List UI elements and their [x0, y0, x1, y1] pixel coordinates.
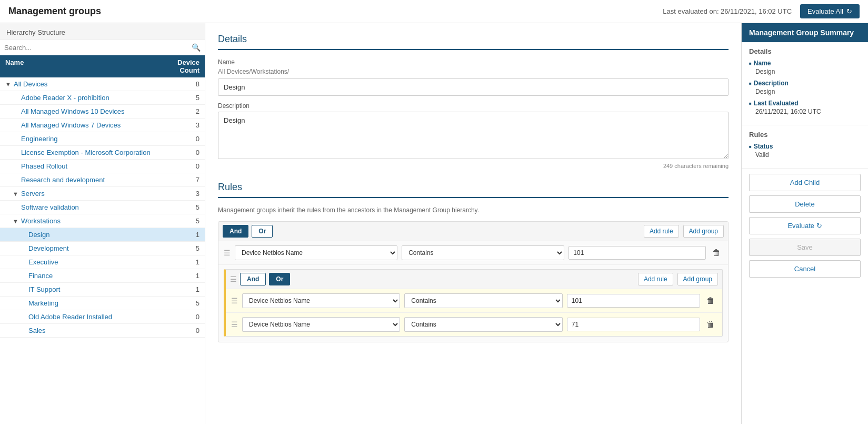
- outer-or-button[interactable]: Or: [252, 225, 273, 238]
- tree-count-engineering: 0: [178, 135, 199, 143]
- tree-label-all-devices[interactable]: All Devices: [14, 80, 178, 88]
- tree-label-adobe-reader-x[interactable]: Adobe Reader X - prohibition: [21, 94, 178, 102]
- outer-rule-row-1: ☰ Device Netbios Name Device Name OS Nam…: [218, 241, 728, 265]
- tree-count-phased-rollout: 0: [178, 162, 199, 170]
- tree-item-design[interactable]: Design1: [0, 228, 205, 242]
- inner-value-input-1[interactable]: [567, 294, 700, 308]
- tree-item-development[interactable]: Development5: [0, 242, 205, 255]
- right-actions: Add Child Delete Evaluate ↻ Save Cancel: [742, 169, 868, 285]
- tree-count-finance: 1: [178, 272, 199, 280]
- inner-field-select-1[interactable]: Device Netbios Name Device Name OS Name …: [242, 293, 400, 308]
- add-child-button[interactable]: Add Child: [749, 174, 861, 191]
- tree-count-old-adobe-reader: 0: [178, 313, 199, 321]
- outer-rule-group: And Or Add rule Add group ☰ Device Netbi…: [218, 221, 729, 342]
- inner-operator-select-1[interactable]: Contains Does not contain Equals Starts …: [404, 293, 562, 308]
- tree-label-finance[interactable]: Finance: [28, 272, 178, 280]
- top-header: Management groups Last evaluated on: 26/…: [0, 0, 868, 23]
- inner-drag-handle-2[interactable]: ☰: [231, 320, 238, 329]
- evaluate-button[interactable]: Evaluate ↻: [749, 217, 861, 234]
- tree-label-it-support[interactable]: IT Support: [28, 285, 178, 293]
- search-icon[interactable]: 🔍: [192, 43, 201, 52]
- tree-count-it-support: 1: [178, 285, 199, 293]
- tree-count-workstations: 5: [178, 217, 199, 225]
- tree-count-all-devices: 8: [178, 80, 199, 88]
- tree-item-workstations[interactable]: ▼Workstations5: [0, 214, 205, 228]
- right-last-evaluated-value: 26/11/2021, 16:02 UTC: [755, 108, 861, 115]
- outer-group-actions: Add rule Add group: [644, 225, 724, 238]
- tree-item-it-support[interactable]: IT Support1: [0, 283, 205, 297]
- tree-item-phased-rollout[interactable]: Phased Rollout0: [0, 160, 205, 173]
- name-field-label: Name: [218, 58, 729, 66]
- outer-delete-btn-1[interactable]: 🗑: [710, 247, 723, 259]
- right-panel-rules: Rules Status Valid: [742, 125, 868, 169]
- tree-label-design[interactable]: Design: [28, 231, 178, 239]
- drag-handle-1[interactable]: ☰: [224, 249, 231, 257]
- tree-label-license-exemption[interactable]: License Exemption - Microsoft Corporatio…: [21, 149, 178, 156]
- tree-item-software-validation[interactable]: Software validation5: [0, 201, 205, 214]
- tree-item-executive[interactable]: Executive1: [0, 255, 205, 269]
- inner-add-group-button[interactable]: Add group: [677, 273, 718, 285]
- tree-label-development[interactable]: Development: [28, 244, 178, 252]
- inner-and-button[interactable]: And: [240, 273, 266, 285]
- tree-item-engineering[interactable]: Engineering0: [0, 132, 205, 146]
- inner-operator-select-2[interactable]: Contains Does not contain Equals Starts …: [404, 317, 562, 332]
- tree-count-sales: 0: [178, 327, 199, 334]
- tree-item-old-adobe-reader[interactable]: Old Adobe Reader Installed0: [0, 310, 205, 324]
- right-status-label: Status: [749, 143, 861, 150]
- inner-drag-handle[interactable]: ☰: [230, 275, 237, 283]
- name-input[interactable]: [218, 78, 729, 96]
- cancel-button[interactable]: Cancel: [749, 260, 861, 278]
- tree-item-all-managed-win10[interactable]: All Managed Windows 10 Devices2: [0, 105, 205, 119]
- tree-label-marketing[interactable]: Marketing: [28, 299, 178, 307]
- tree-item-marketing[interactable]: Marketing5: [0, 297, 205, 310]
- tree-count-development: 5: [178, 244, 199, 252]
- tree-item-finance[interactable]: Finance1: [0, 269, 205, 283]
- tree-col-count: Device Count: [157, 58, 199, 74]
- inner-group-actions: Add rule Add group: [638, 273, 718, 285]
- search-input[interactable]: [4, 44, 192, 52]
- tree-label-all-managed-win7[interactable]: All Managed Windows 7 Devices: [21, 121, 178, 129]
- tree-label-phased-rollout[interactable]: Phased Rollout: [21, 162, 178, 170]
- tree-item-sales[interactable]: Sales0: [0, 324, 205, 338]
- tree-label-workstations[interactable]: Workstations: [21, 217, 178, 225]
- right-panel: Management Group Summary Details Name De…: [742, 23, 868, 424]
- outer-and-button[interactable]: And: [223, 225, 248, 238]
- inner-add-rule-button[interactable]: Add rule: [638, 273, 673, 285]
- outer-value-input-1[interactable]: [568, 246, 706, 260]
- tree-label-sales[interactable]: Sales: [28, 327, 178, 334]
- sidebar: Hierarchy Structure 🔍 Name Device Count …: [0, 23, 205, 424]
- tree-count-software-validation: 5: [178, 203, 199, 211]
- inner-drag-handle-1[interactable]: ☰: [231, 297, 238, 305]
- inner-delete-btn-2[interactable]: 🗑: [704, 319, 717, 330]
- tree-label-research-dev[interactable]: Research and development: [21, 176, 178, 184]
- inner-delete-btn-1[interactable]: 🗑: [704, 295, 717, 307]
- save-button[interactable]: Save: [749, 239, 861, 256]
- tree-item-research-dev[interactable]: Research and development7: [0, 173, 205, 187]
- tree-count-servers: 3: [178, 190, 199, 198]
- delete-button[interactable]: Delete: [749, 195, 861, 213]
- toggle-icon-workstations: ▼: [13, 218, 21, 224]
- right-status-value: Valid: [755, 151, 861, 159]
- outer-add-rule-button[interactable]: Add rule: [644, 225, 679, 238]
- evaluate-all-button[interactable]: Evaluate All ↻: [800, 4, 860, 18]
- tree-label-executive[interactable]: Executive: [28, 258, 178, 266]
- sidebar-title: Hierarchy Structure: [0, 23, 205, 40]
- outer-operator-select-1[interactable]: Contains Does not contain Equals Starts …: [402, 245, 564, 260]
- tree-item-adobe-reader-x[interactable]: Adobe Reader X - prohibition5: [0, 91, 205, 105]
- tree-item-all-devices[interactable]: ▼All Devices8: [0, 77, 205, 91]
- tree-label-software-validation[interactable]: Software validation: [21, 203, 178, 211]
- tree-label-all-managed-win10[interactable]: All Managed Windows 10 Devices: [21, 107, 178, 115]
- tree-item-all-managed-win7[interactable]: All Managed Windows 7 Devices3: [0, 119, 205, 132]
- tree-item-servers[interactable]: ▼Servers3: [0, 187, 205, 201]
- inner-or-button[interactable]: Or: [269, 273, 290, 285]
- tree-label-servers[interactable]: Servers: [21, 190, 178, 198]
- inner-value-input-2[interactable]: [567, 318, 700, 331]
- inner-field-select-2[interactable]: Device Netbios Name Device Name OS Name …: [242, 317, 400, 332]
- tree-label-old-adobe-reader[interactable]: Old Adobe Reader Installed: [28, 313, 178, 321]
- outer-add-group-button[interactable]: Add group: [683, 225, 724, 238]
- last-evaluated-text: Last evaluated on: 26/11/2021, 16:02 UTC: [663, 7, 792, 15]
- tree-label-engineering[interactable]: Engineering: [21, 135, 178, 143]
- description-textarea[interactable]: [218, 112, 729, 159]
- outer-field-select-1[interactable]: Device Netbios Name Device Name OS Name …: [235, 245, 397, 260]
- tree-item-license-exemption[interactable]: License Exemption - Microsoft Corporatio…: [0, 146, 205, 160]
